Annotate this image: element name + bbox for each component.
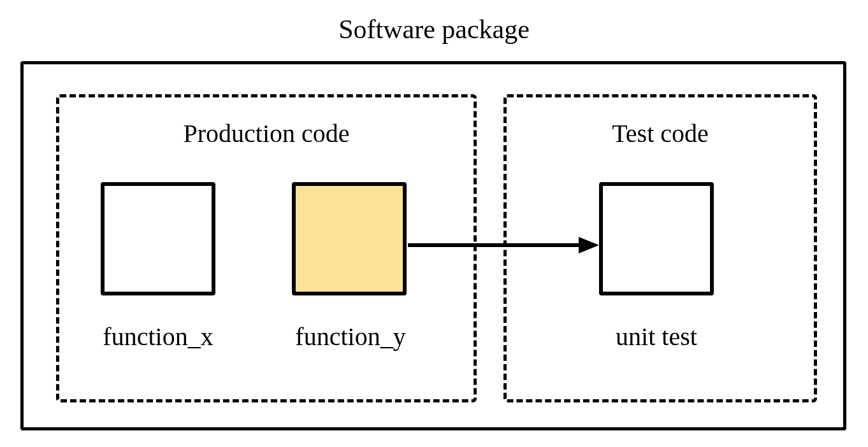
unit-test-label: unit test xyxy=(561,322,752,351)
diagram-title: Software package xyxy=(338,14,530,45)
unit-test-box xyxy=(599,182,714,295)
function-y-box xyxy=(292,182,407,295)
function-x-box xyxy=(101,182,215,295)
function-y-label: function_y xyxy=(261,322,440,351)
function-x-label: function_x xyxy=(69,322,247,351)
test-code-title: Test code xyxy=(503,118,817,148)
production-code-title: Production code xyxy=(56,118,477,148)
